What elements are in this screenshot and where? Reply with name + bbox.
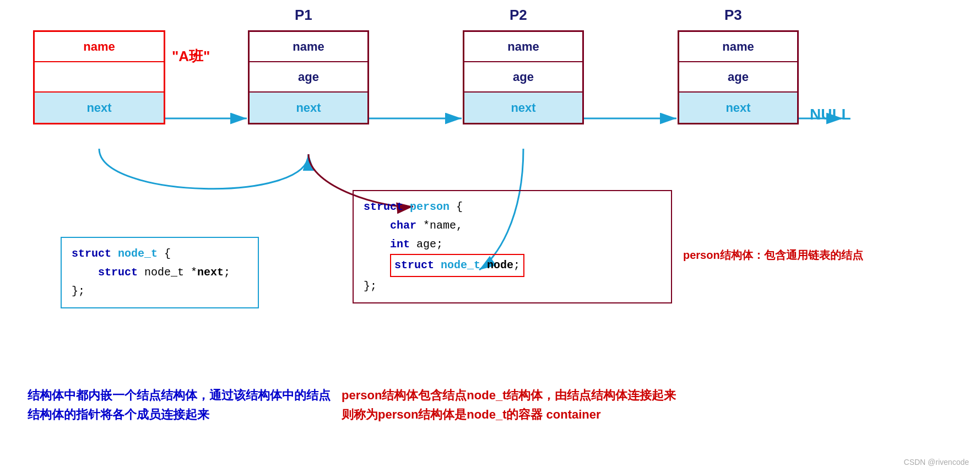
p2-next-cell: next <box>464 93 582 123</box>
node-t-line3: }; <box>72 282 248 301</box>
head-empty-cell <box>35 62 164 93</box>
person-line3: int age; <box>364 235 661 254</box>
head-next-cell: next <box>35 93 164 123</box>
p1-node: name age next <box>248 30 369 124</box>
p1-age-cell: age <box>250 62 367 93</box>
bottom-text-right: person结构体包含结点node_t结构体，由结点结构体连接起来则称为pers… <box>342 386 676 424</box>
person-line4: struct node_t node; <box>364 254 661 277</box>
p3-next-cell: next <box>679 93 797 123</box>
person-line2: char *name, <box>364 216 661 235</box>
person-line1: struct person { <box>364 198 661 216</box>
head-node: name next <box>33 30 165 124</box>
p2-label: P2 <box>510 7 527 24</box>
p2-node: name age next <box>463 30 584 124</box>
node-t-line1: struct node_t { <box>72 245 248 263</box>
diagram-container: name next "A班" P1 name age next P2 name … <box>0 0 980 472</box>
null-label: NULL <box>810 106 851 123</box>
p2-name-cell: name <box>464 32 582 62</box>
aclass-label: "A班" <box>172 47 210 66</box>
p3-label: P3 <box>724 7 742 24</box>
p3-age-cell: age <box>679 62 797 93</box>
node-t-code-box: struct node_t { struct node_t *next; }; <box>61 237 259 308</box>
head-name-cell: name <box>35 32 164 62</box>
person-code-box: struct person { char *name, int age; str… <box>353 190 672 303</box>
node-t-line2: struct node_t *next; <box>72 263 248 282</box>
person-line5: }; <box>364 277 661 296</box>
p3-node: name age next <box>678 30 799 124</box>
p1-name-cell: name <box>250 32 367 62</box>
p1-label: P1 <box>295 7 312 24</box>
person-label: person结构体：包含通用链表的结点 <box>683 248 863 263</box>
watermark: CSDN @rivencode <box>904 458 969 466</box>
p1-next-cell: next <box>250 93 367 123</box>
p3-name-cell: name <box>679 32 797 62</box>
bottom-text-left: 结构体中都内嵌一个结点结构体，通过该结构体中的结点结构体的指针将各个成员连接起来 <box>28 386 331 424</box>
p2-age-cell: age <box>464 62 582 93</box>
